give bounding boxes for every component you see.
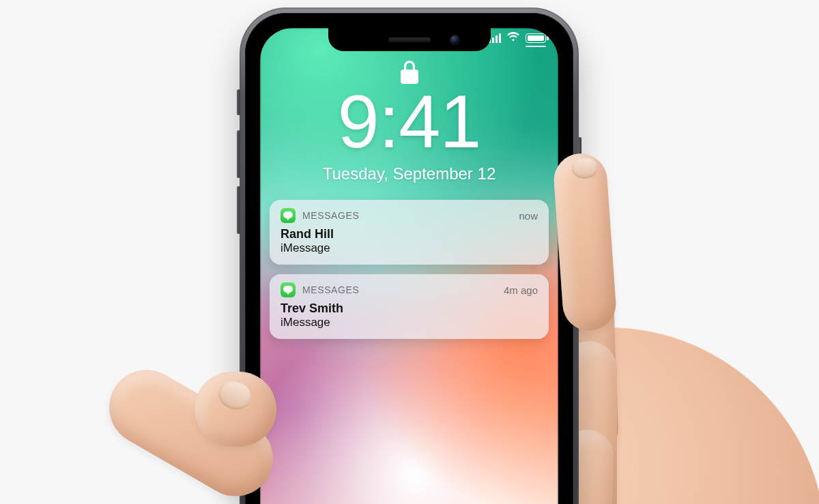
mute-switch[interactable] xyxy=(237,89,240,115)
messages-app-icon xyxy=(281,282,296,297)
lock-screen-date: Tuesday, September 12 xyxy=(260,164,558,183)
front-camera xyxy=(450,35,459,44)
volume-up-button[interactable] xyxy=(237,130,240,178)
notification-sender: Rand Hill xyxy=(281,227,538,241)
battery-underline xyxy=(526,46,546,47)
iphone-device-frame: 9:41 Tuesday, September 12 MESSAGES now … xyxy=(240,8,579,504)
messages-app-icon xyxy=(281,208,296,223)
notification-sender: Trev Smith xyxy=(281,301,538,316)
volume-down-button[interactable] xyxy=(237,186,240,234)
display-notch xyxy=(328,28,491,51)
lock-screen[interactable]: 9:41 Tuesday, September 12 MESSAGES now … xyxy=(260,28,558,504)
notification-app-label: MESSAGES xyxy=(302,284,359,295)
side-button[interactable] xyxy=(578,137,581,212)
notification-body: iMessage xyxy=(281,241,538,255)
notification-body: iMessage xyxy=(281,316,538,329)
earpiece-speaker xyxy=(388,38,431,42)
battery-icon xyxy=(526,33,546,43)
notification-card[interactable]: MESSAGES 4m ago Trev Smith iMessage xyxy=(270,274,549,339)
notification-list: MESSAGES now Rand Hill iMessage MESSAGES… xyxy=(270,200,549,339)
phone-bezel: 9:41 Tuesday, September 12 MESSAGES now … xyxy=(245,13,573,504)
wifi-icon xyxy=(506,32,520,44)
notification-card[interactable]: MESSAGES now Rand Hill iMessage xyxy=(270,200,549,265)
cellular-signal-icon xyxy=(489,33,501,43)
status-bar xyxy=(489,32,546,44)
notification-timestamp: 4m ago xyxy=(504,284,538,296)
lock-screen-time: 9:41 xyxy=(260,84,558,159)
notification-app-label: MESSAGES xyxy=(302,210,359,221)
notification-timestamp: now xyxy=(519,210,538,222)
